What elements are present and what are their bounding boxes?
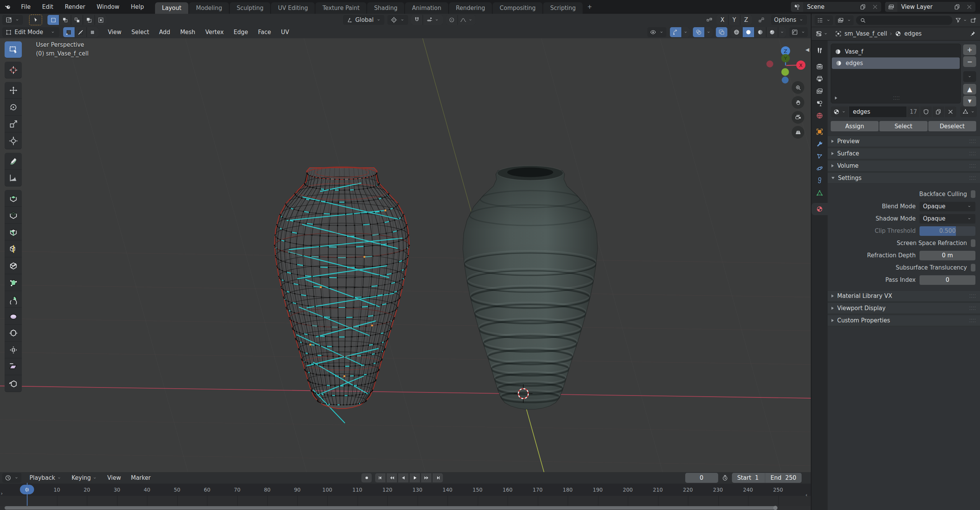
breadcrumb-material[interactable]: edges: [904, 30, 921, 37]
panel-custom-properties[interactable]: Custom Properties········: [828, 315, 980, 326]
select-mode-select-extend[interactable]: [59, 15, 71, 25]
tool-extrude-region[interactable]: [5, 190, 22, 207]
workspace-tab-rendering[interactable]: Rendering: [449, 2, 492, 14]
backface-culling-checkbox[interactable]: [971, 190, 975, 198]
viewport-menu-add[interactable]: Add: [154, 26, 175, 38]
material-specials-dropdown[interactable]: [963, 71, 976, 82]
tool-rotate[interactable]: [5, 99, 22, 116]
orthographic-toggle-button[interactable]: [792, 126, 804, 139]
shading-solid-button[interactable]: [743, 27, 754, 37]
shading-wireframe-button[interactable]: [731, 27, 742, 37]
mirror-y-toggle[interactable]: Y: [728, 15, 740, 25]
snap-toggle-button[interactable]: [411, 15, 423, 25]
menu-edit[interactable]: Edit: [36, 0, 59, 14]
snap-symmetry-icon[interactable]: [756, 15, 767, 25]
overlays-dropdown[interactable]: [705, 27, 712, 37]
material-name-field[interactable]: edges: [849, 106, 906, 117]
workspace-tab-animation[interactable]: Animation: [405, 2, 448, 14]
panel-preview[interactable]: Preview········: [828, 136, 980, 147]
workspace-tab-texture-paint[interactable]: Texture Paint: [315, 2, 366, 14]
workspace-tab-uv-editing[interactable]: UV Editing: [271, 2, 315, 14]
viewport-menu-mesh[interactable]: Mesh: [175, 26, 201, 38]
zoom-button[interactable]: [792, 81, 804, 94]
record-button[interactable]: [361, 473, 372, 482]
view-layer-remove-icon[interactable]: [963, 2, 975, 12]
remove-material-slot-button[interactable]: −: [963, 56, 976, 67]
add-workspace-button[interactable]: +: [583, 3, 596, 10]
timeline-track-area[interactable]: [0, 496, 811, 506]
timeline-ruler[interactable]: 0 10203040506070809010011012013014015016…: [0, 484, 811, 496]
gizmo-dropdown[interactable]: [682, 27, 689, 37]
properties-tab-scene[interactable]: [812, 97, 828, 110]
panel-surface[interactable]: Surface········: [828, 148, 980, 159]
timeline-menu-marker[interactable]: Marker: [126, 472, 156, 484]
workspace-tab-sculpting[interactable]: Sculpting: [230, 2, 270, 14]
shading-material-button[interactable]: [755, 27, 766, 37]
options-dropdown[interactable]: Options: [771, 15, 807, 25]
tool-measure[interactable]: [5, 170, 22, 186]
end-frame-field[interactable]: 250: [785, 474, 802, 481]
tool-smooth[interactable]: [5, 308, 22, 325]
workspace-tab-shading[interactable]: Shading: [367, 2, 404, 14]
proportional-falloff-dropdown[interactable]: [458, 15, 475, 25]
viewport-menu-face[interactable]: Face: [253, 26, 276, 38]
properties-tab-constraints[interactable]: [812, 175, 828, 187]
workspace-tab-compositing[interactable]: Compositing: [493, 2, 542, 14]
viewport-menu-vertex[interactable]: Vertex: [200, 26, 229, 38]
show-gizmo-toggle[interactable]: [670, 27, 681, 37]
move-slot-down-button[interactable]: ▼: [963, 96, 976, 106]
mirror-x-toggle[interactable]: X: [717, 15, 728, 25]
viewport-menu-edge[interactable]: Edge: [229, 26, 253, 38]
timeline-menu-keying[interactable]: Keying: [67, 472, 102, 484]
camera-view-button[interactable]: [792, 111, 804, 124]
subsurface-translucency-checkbox[interactable]: [971, 264, 975, 271]
list-resize-grip[interactable]: ········: [893, 95, 900, 101]
view-layer-name[interactable]: View Layer: [897, 3, 951, 10]
breadcrumb-object[interactable]: sm_Vase_f_cell: [844, 30, 887, 37]
select-mode-vertex[interactable]: [63, 27, 75, 37]
tool-knife[interactable]: [5, 257, 22, 274]
timeline-menu-view[interactable]: View: [102, 472, 126, 484]
tool-select-box[interactable]: [5, 41, 22, 58]
pass-index-field[interactable]: 0: [920, 275, 975, 285]
menu-help[interactable]: Help: [125, 0, 150, 14]
panel-volume[interactable]: Volume········: [828, 160, 980, 172]
timeline-right-collapse-arrow[interactable]: ‹: [805, 492, 807, 498]
scene-unlink-icon[interactable]: [869, 2, 881, 12]
view-layer-icon[interactable]: [885, 2, 897, 12]
playhead[interactable]: [27, 483, 28, 506]
editor-type-button[interactable]: [2, 15, 23, 25]
timeline-editor-type-button[interactable]: [2, 473, 21, 483]
tool-spin[interactable]: [5, 291, 22, 308]
navigation-gizmo[interactable]: ZYX: [764, 41, 806, 87]
sidebar-toggle-arrow[interactable]: ◀: [805, 47, 809, 52]
material-slot-vase[interactable]: Vase_f: [831, 46, 960, 57]
properties-tab-particles[interactable]: [812, 150, 828, 162]
mode-dropdown[interactable]: Edit Mode: [2, 27, 59, 37]
add-material-slot-button[interactable]: +: [963, 44, 976, 55]
new-material-copy-icon[interactable]: [933, 106, 944, 117]
start-frame-field[interactable]: 1: [755, 474, 765, 481]
blender-logo-icon[interactable]: [0, 0, 15, 14]
tool-inset-faces[interactable]: [5, 207, 22, 224]
properties-tab-tool[interactable]: [812, 44, 828, 57]
select-mode-select-intersect[interactable]: [95, 15, 106, 25]
node-filter-dropdown[interactable]: [960, 106, 977, 117]
tool-move[interactable]: [5, 82, 22, 99]
material-slot-edges[interactable]: edges: [832, 57, 960, 69]
browse-material-dropdown[interactable]: [831, 106, 848, 117]
tool-annotate[interactable]: [5, 153, 22, 170]
new-collection-icon[interactable]: [970, 17, 977, 24]
select-mode-face[interactable]: [87, 27, 98, 37]
tool-scale[interactable]: [5, 116, 22, 132]
properties-tab-modifiers[interactable]: [812, 138, 828, 150]
properties-tab-output[interactable]: [812, 73, 828, 85]
properties-tab-physics[interactable]: [812, 162, 828, 175]
view-layer-copy-icon[interactable]: [951, 2, 963, 12]
next-keyframe-button[interactable]: [421, 473, 431, 482]
viewport-menu-select[interactable]: Select: [126, 26, 154, 38]
timeline-menu-playback[interactable]: Playback: [24, 472, 67, 484]
select-button[interactable]: Select: [879, 121, 927, 131]
snap-settings-dropdown[interactable]: [423, 15, 443, 25]
assign-button[interactable]: Assign: [831, 121, 879, 131]
